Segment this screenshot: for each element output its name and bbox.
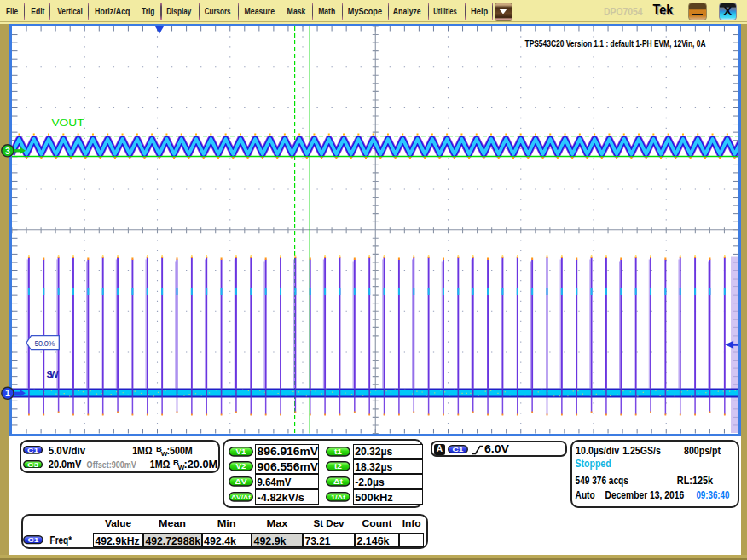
svg-text:20.32µs: 20.32µs bbox=[355, 445, 392, 458]
svg-text:1MΩ: 1MΩ bbox=[132, 445, 153, 457]
svg-text:Min: Min bbox=[217, 518, 236, 528]
svg-text:492.9kHz: 492.9kHz bbox=[96, 535, 140, 547]
svg-text:Stopped: Stopped bbox=[576, 458, 611, 470]
svg-text:896.916mV: 896.916mV bbox=[258, 445, 319, 458]
svg-text:Count: Count bbox=[362, 518, 392, 528]
svg-text::20.0M: :20.0M bbox=[184, 459, 218, 471]
svg-text:492.72988k: 492.72988k bbox=[146, 535, 201, 547]
svg-text:1.25GS/s: 1.25GS/s bbox=[622, 445, 661, 457]
svg-text:6.0V: 6.0V bbox=[484, 443, 509, 455]
svg-text:Max: Max bbox=[267, 518, 289, 528]
svg-text:906.556mV: 906.556mV bbox=[258, 460, 319, 473]
svg-text:December 13, 2016: December 13, 2016 bbox=[605, 489, 685, 501]
svg-text:St Dev: St Dev bbox=[314, 518, 345, 528]
svg-text:800ps/pt: 800ps/pt bbox=[684, 445, 721, 457]
svg-text:73.21: 73.21 bbox=[305, 535, 331, 547]
svg-text:Offset:900mV: Offset:900mV bbox=[87, 459, 137, 470]
svg-text:Mean: Mean bbox=[159, 518, 186, 528]
svg-text:9.64mV: 9.64mV bbox=[258, 476, 292, 488]
svg-text:Auto: Auto bbox=[576, 489, 595, 501]
svg-text:10.0µs/div: 10.0µs/div bbox=[576, 445, 619, 457]
svg-text:DPO7054: DPO7054 bbox=[604, 6, 643, 18]
svg-text:20.0mV: 20.0mV bbox=[49, 459, 82, 471]
svg-text:1MΩ: 1MΩ bbox=[150, 459, 171, 471]
svg-text:18.32µs: 18.32µs bbox=[355, 460, 392, 473]
svg-text:Value: Value bbox=[105, 518, 131, 528]
svg-text:2.146k: 2.146k bbox=[357, 535, 390, 547]
svg-text:Tek: Tek bbox=[653, 2, 674, 17]
svg-text:-2.0µs: -2.0µs bbox=[355, 476, 385, 488]
svg-text:09:36:40: 09:36:40 bbox=[696, 489, 729, 501]
svg-text:A: A bbox=[437, 444, 443, 453]
svg-text:500kHz: 500kHz bbox=[355, 491, 393, 504]
svg-text:Info: Info bbox=[402, 518, 421, 528]
svg-text:549 376 acqs: 549 376 acqs bbox=[576, 475, 628, 487]
svg-text:Freq*: Freq* bbox=[50, 534, 72, 546]
svg-text:492.4k: 492.4k bbox=[204, 535, 236, 547]
svg-text:5.0V/div: 5.0V/div bbox=[49, 445, 86, 457]
svg-text::500M: :500M bbox=[166, 445, 192, 457]
svg-text:492.9k: 492.9k bbox=[254, 535, 287, 547]
svg-text:-4.82kV/s: -4.82kV/s bbox=[258, 491, 304, 504]
svg-text:RL:125k: RL:125k bbox=[677, 475, 714, 487]
